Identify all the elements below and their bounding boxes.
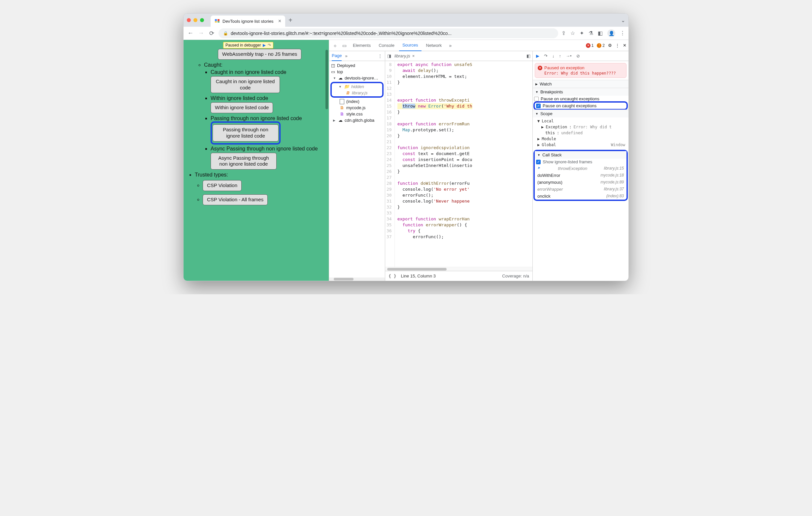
editor-file-tab[interactable]: library.js ×: [395, 54, 414, 58]
device-toggle-icon[interactable]: ▭: [340, 43, 348, 48]
code-content: export async function unsafeS await dela…: [395, 61, 472, 267]
pause-message: Error: Why did this happen????: [544, 71, 624, 75]
url-text: devtools-ignore-list-stories.glitch.me/#…: [231, 31, 452, 36]
tabs-dropdown-icon[interactable]: ⌄: [621, 17, 625, 24]
settings-icon[interactable]: ⚙: [608, 43, 612, 48]
page-scrollbar[interactable]: [325, 50, 328, 109]
checkbox-checked-icon: ✓: [536, 160, 541, 164]
extensions-icon[interactable]: ✦: [580, 30, 584, 36]
maximize-window-button[interactable]: [200, 18, 204, 22]
cloud-icon: ☁: [338, 75, 343, 81]
forward-button: →: [197, 30, 205, 37]
tree-hidden-folder[interactable]: ▼📁hidden: [332, 84, 382, 90]
inspect-icon[interactable]: ⟐: [331, 43, 339, 48]
browser-tab[interactable]: DevTools ignore list stories ×: [211, 16, 285, 27]
scope-global[interactable]: ▶GlobalWindow: [535, 142, 627, 148]
editor-statusbar: { } Line 15, Column 3 Coverage: n/a: [385, 271, 532, 281]
step-over-icon[interactable]: ↷: [268, 43, 271, 48]
tree-style-file[interactable]: 🗎style.css: [330, 111, 384, 117]
close-devtools-icon[interactable]: ✕: [623, 43, 627, 48]
toggle-navigator-icon[interactable]: ◨: [387, 54, 391, 58]
list-item: Caught in non ignore listed code: [211, 69, 287, 75]
resume-button[interactable]: ▶: [536, 54, 539, 58]
tree-cdn-origin[interactable]: ▶☁cdn.glitch.globa: [330, 117, 384, 123]
more-subtabs-icon[interactable]: »: [345, 54, 347, 58]
close-tab-icon[interactable]: ×: [278, 18, 281, 24]
css-file-icon: 🗎: [340, 112, 344, 117]
tab-sources[interactable]: Sources: [399, 40, 422, 51]
new-tab-button[interactable]: +: [289, 17, 292, 24]
breakpoints-header[interactable]: ▼Breakpoints: [533, 88, 629, 96]
tree-index-file[interactable]: (index): [330, 98, 384, 104]
navigator-menu-icon[interactable]: ⋮: [378, 54, 382, 58]
page-button[interactable]: Async Passing through non ignore listed …: [211, 153, 277, 170]
callstack-frame[interactable]: (anonymous)mycode.js:89: [535, 179, 627, 186]
close-window-button[interactable]: [187, 18, 191, 22]
paused-overlay: Paused in debugger ▶ ↷: [223, 42, 273, 49]
tree-mycode-file[interactable]: 🗎mycode.js: [330, 104, 384, 111]
code-scrollbar[interactable]: [385, 267, 532, 271]
js-file-icon: 🗎: [340, 105, 344, 110]
navigator-scrollbar[interactable]: [329, 277, 385, 281]
deactivate-breakpoints-button[interactable]: ⊘: [576, 54, 580, 58]
tab-network[interactable]: Network: [423, 40, 445, 51]
browser-toolbar: ← → ⟳ 🔒 devtools-ignore-list-stories.gli…: [183, 27, 629, 40]
page-button[interactable]: CSP Violation - All frames: [203, 194, 268, 205]
page-button[interactable]: Caught in non ignore listed code: [211, 76, 280, 93]
watch-section[interactable]: ▶Watch: [533, 80, 629, 88]
pretty-print-icon[interactable]: { }: [388, 274, 396, 278]
callstack-frames: throwExceptionlibrary.js:15doWithErrormy…: [535, 165, 627, 200]
show-ignored-frames-checkbox[interactable]: ✓Show ignore-listed frames: [535, 159, 627, 165]
scope-exception[interactable]: ▶Exception: Error: Why did t: [535, 124, 627, 130]
page-button[interactable]: Within ignore listed code: [211, 102, 273, 113]
tab-strip: DevTools ignore list stories × + ⌄: [183, 13, 629, 27]
callstack-frame[interactable]: errorWrapperlibrary.js:37: [535, 186, 627, 193]
tree-library-file[interactable]: 🗎library.js: [332, 90, 382, 96]
navigator-subtabs: Page » ⋮: [329, 51, 385, 61]
bookmark-icon[interactable]: ☆: [570, 30, 575, 36]
tab-console[interactable]: Console: [375, 40, 398, 51]
tab-elements[interactable]: Elements: [350, 40, 374, 51]
error-count[interactable]: ✕1: [586, 43, 594, 48]
reload-button[interactable]: ⟳: [208, 30, 215, 37]
step-into-button[interactable]: ↓: [552, 54, 554, 58]
tree-deployed[interactable]: ◫Deployed: [330, 62, 384, 69]
scope-module[interactable]: ▶Module: [535, 136, 627, 142]
minimize-window-button[interactable]: [194, 18, 197, 22]
code-area[interactable]: 8910111213141516171819202122232425262728…: [385, 61, 532, 267]
callstack-frame[interactable]: doWithErrormycode.js:18: [535, 172, 627, 179]
page-button-highlighted[interactable]: Passing through non ignore listed code: [212, 124, 279, 142]
list-label: Caught:: [204, 62, 323, 68]
callstack-frame[interactable]: onclick(index):83: [535, 193, 627, 200]
share-icon[interactable]: ⇪: [561, 30, 566, 36]
pause-caught-checkbox[interactable]: ✓Pause on caught exceptions: [535, 102, 627, 109]
labs-icon[interactable]: ⚗: [588, 30, 593, 36]
scope-header[interactable]: ▼Scope: [533, 110, 629, 117]
page-button[interactable]: WebAssembly trap - no JS frames: [218, 49, 301, 60]
step-button[interactable]: →•: [566, 54, 572, 58]
back-button[interactable]: ←: [187, 30, 194, 37]
page-subtab[interactable]: Page: [332, 51, 342, 61]
tree-top[interactable]: ▭top: [330, 69, 384, 75]
callstack-header[interactable]: ▼Call Stack: [535, 151, 627, 159]
step-out-button[interactable]: ↑: [559, 54, 561, 58]
menu-icon[interactable]: ⋮: [620, 30, 625, 36]
warning-count[interactable]: !2: [597, 43, 605, 48]
tree-origin[interactable]: ▼☁devtools-ignore…: [330, 75, 384, 81]
callstack-frame[interactable]: throwExceptionlibrary.js:15: [535, 165, 627, 172]
step-over-button[interactable]: ↷: [544, 54, 548, 58]
address-bar[interactable]: 🔒 devtools-ignore-list-stories.glitch.me…: [219, 28, 558, 38]
panel-icon[interactable]: ◧: [598, 30, 603, 36]
resume-icon[interactable]: ▶: [263, 43, 266, 48]
sources-navigator: Page » ⋮ ◫Deployed ▭top ▼☁devtools-ignor…: [329, 51, 385, 281]
scope-local[interactable]: ▼Local: [535, 118, 627, 124]
scope-section: ▼Scope ▼Local ▶Exception: Error: Why did…: [533, 110, 629, 149]
page-button[interactable]: CSP Violation: [203, 180, 242, 191]
kebab-menu-icon[interactable]: ⋮: [615, 43, 619, 48]
tab-title: DevTools ignore list stories: [223, 19, 273, 24]
more-tabs-icon[interactable]: »: [446, 43, 454, 48]
paused-label: Paused in debugger: [226, 43, 261, 48]
close-file-icon[interactable]: ×: [412, 54, 414, 58]
profile-avatar[interactable]: 👤: [607, 29, 615, 37]
toggle-sidebar-icon[interactable]: ◧: [526, 54, 530, 58]
